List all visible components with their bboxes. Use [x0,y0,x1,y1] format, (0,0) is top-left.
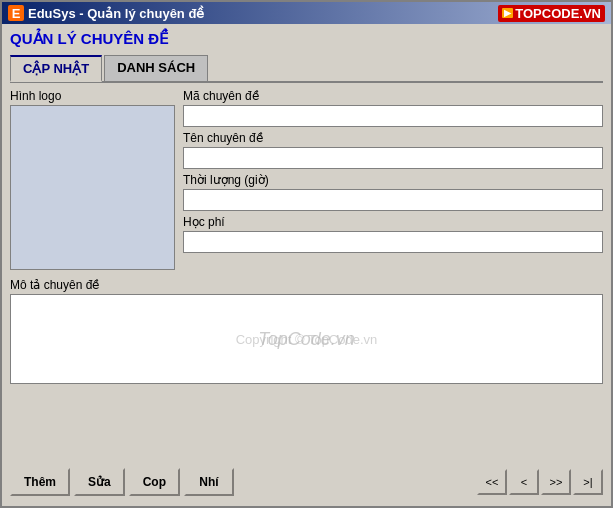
topcode-icon: ▶ [502,8,513,18]
top-row: Hình logo Mã chuyên đề Tên chuyên đề Thờ… [10,89,603,270]
field-group-hoc-phi: Học phí [183,215,603,253]
topcode-label: TOPCODE.VN [515,6,601,21]
main-window: E EduSys - Quản lý chuyên đề ▶ TOPCODE.V… [0,0,613,508]
app-icon: E [8,5,24,21]
logo-section: Hình logo [10,89,175,270]
description-label: Mô tả chuyên đề [10,278,603,292]
nav-first-button[interactable]: << [477,469,507,495]
input-thoi-luong[interactable] [183,189,603,211]
field-label-thoi-luong: Thời lượng (giờ) [183,173,603,187]
sua-button[interactable]: Sửa [74,468,125,496]
nav-buttons: << < >> >| [477,469,603,495]
button-bar: Thêm Sửa Cop Nhí << < >> >| [10,462,603,500]
description-textarea[interactable] [10,294,603,384]
field-label-hoc-phi: Học phí [183,215,603,229]
field-label-ten-cd: Tên chuyên đề [183,131,603,145]
topcode-logo: ▶ TOPCODE.VN [498,5,605,22]
description-section: Mô tả chuyên đề TopCode.vn Copyright © T… [10,278,603,384]
description-wrapper: TopCode.vn Copyright © TopCode.vn [10,294,603,384]
logo-box[interactable] [10,105,175,270]
nhi-button[interactable]: Nhí [184,468,234,496]
tab-cap-nhat[interactable]: CẬP NHẬT [10,55,102,82]
content-area: QUẢN LÝ CHUYÊN ĐỀ CẬP NHẬT DANH SÁCH Hìn… [2,24,611,506]
input-hoc-phi[interactable] [183,231,603,253]
field-group-ten-cd: Tên chuyên đề [183,131,603,169]
tab-bar: CẬP NHẬT DANH SÁCH [10,54,603,83]
input-ten-cd[interactable] [183,147,603,169]
nav-prev-button[interactable]: < [509,469,539,495]
titlebar: E EduSys - Quản lý chuyên đề ▶ TOPCODE.V… [2,2,611,24]
window-title: EduSys - Quản lý chuyên đề [28,6,204,21]
logo-label: Hình logo [10,89,175,103]
tab-danh-sach[interactable]: DANH SÁCH [104,55,208,82]
field-group-ma-cd: Mã chuyên đề [183,89,603,127]
field-label-ma-cd: Mã chuyên đề [183,89,603,103]
them-button[interactable]: Thêm [10,468,70,496]
field-group-thoi-luong: Thời lượng (giờ) [183,173,603,211]
form-panel: Hình logo Mã chuyên đề Tên chuyên đề Thờ… [10,89,603,462]
page-title: QUẢN LÝ CHUYÊN ĐỀ [10,30,603,48]
input-ma-cd[interactable] [183,105,603,127]
cop-button[interactable]: Cop [129,468,180,496]
fields-section: Mã chuyên đề Tên chuyên đề Thời lượng (g… [183,89,603,270]
nav-last-button[interactable]: >| [573,469,603,495]
nav-next-button[interactable]: >> [541,469,571,495]
